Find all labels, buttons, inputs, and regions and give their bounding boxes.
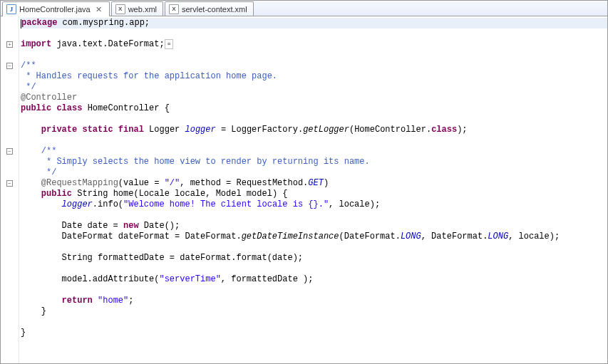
fold-collapse-icon[interactable]: −	[6, 148, 13, 155]
tab-servlet-context-xml[interactable]: X servlet-context.xml	[165, 1, 254, 16]
editor-gutter: + − − −	[1, 16, 19, 363]
fold-collapse-icon[interactable]: −	[6, 180, 13, 187]
folded-imports-icon[interactable]: ▫	[165, 39, 174, 49]
java-file-icon: J	[6, 4, 16, 14]
editor-area: + − − − package com.myspring.app; import…	[1, 16, 607, 363]
close-icon[interactable]: ✕	[95, 5, 103, 14]
tab-home-controller[interactable]: J HomeController.java ✕	[2, 1, 110, 16]
xml-file-icon: X	[115, 4, 125, 14]
tab-label: servlet-context.xml	[182, 5, 247, 14]
tab-web-xml[interactable]: X web.xml	[111, 1, 163, 16]
tab-label: HomeController.java	[19, 5, 91, 14]
code-editor[interactable]: package com.myspring.app; import java.te…	[19, 16, 607, 363]
editor-tab-bar: J HomeController.java ✕ X web.xml X serv…	[1, 1, 607, 16]
text-cursor	[21, 19, 21, 28]
fold-collapse-icon[interactable]: −	[6, 63, 13, 69]
fold-expand-icon[interactable]: +	[6, 41, 13, 48]
tab-label: web.xml	[128, 5, 157, 14]
xml-file-icon: X	[169, 4, 179, 14]
